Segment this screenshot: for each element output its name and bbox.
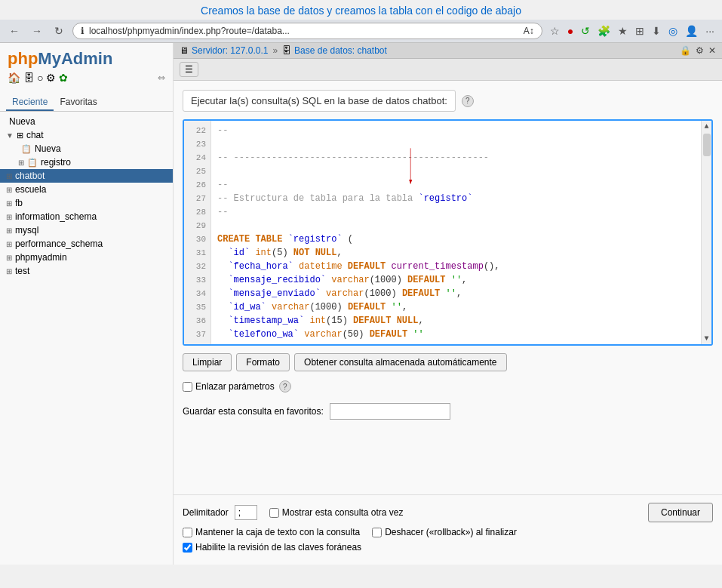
main-layout: phpMyAdmin 🏠 🗄 ○ ⚙ ✿ ⇔ Reciente Favorita… [0, 43, 722, 565]
test-label: test [15, 266, 29, 276]
edge-icon[interactable]: ◎ [667, 23, 679, 38]
tree-performance-schema[interactable]: ⊞ performance_schema [0, 237, 173, 251]
tree-information-schema[interactable]: ⊞ information_schema [0, 210, 173, 223]
performance-schema-label: performance_schema [15, 239, 103, 249]
code-line: -- Estructura de tabla para la tabla `re… [217, 192, 695, 205]
delimitador-input[interactable] [235, 505, 257, 520]
enlazar-params-checkbox[interactable] [183, 382, 192, 392]
sync-icon[interactable]: ↺ [579, 23, 591, 38]
favorites-label: Guardar esta consulta en favoritos: [183, 406, 324, 417]
refresh-button[interactable]: ↻ [51, 23, 66, 38]
scroll-up-icon[interactable]: ▲ [702, 121, 710, 132]
tree-chat-nueva[interactable]: 📋 Nueva [12, 142, 173, 155]
tree-chat[interactable]: ▼ ⊞ chat [0, 128, 173, 142]
delimitador-section: Delimitador [183, 505, 257, 520]
deshacer-checkbox[interactable] [372, 528, 382, 537]
btn-bar: Limpiar Formato Obtener consulta almacen… [183, 353, 713, 371]
code-line: -- [217, 124, 695, 137]
tree-chatbot[interactable]: ⊞ chatbot [0, 169, 173, 183]
tree-test[interactable]: ⊞ test [0, 264, 173, 278]
code-line [217, 165, 695, 178]
code-line: `mensaje_enviado` varchar(1000) DEFAULT … [217, 287, 695, 300]
circle-icon[interactable]: ○ [37, 72, 43, 84]
star-icon[interactable]: ☆ [548, 23, 561, 38]
settings-icon[interactable]: ⚙ [46, 72, 56, 84]
star2-icon[interactable]: ✿ [59, 72, 68, 84]
favorites-input[interactable] [330, 403, 450, 420]
lock-icon[interactable]: 🔒 [680, 45, 691, 56]
pma-top-bar-right: 🔒 ⚙ ✕ [680, 45, 716, 56]
tree-escuela[interactable]: ⊞ escuela [0, 183, 173, 196]
mysql-label: mysql [15, 225, 38, 236]
tab-reciente[interactable]: Reciente [6, 94, 54, 111]
deshacer-label[interactable]: Deshacer («rollback») al finalizar [372, 527, 517, 537]
sidebar-header: phpMyAdmin 🏠 🗄 ○ ⚙ ✿ ⇔ [0, 43, 173, 93]
home-icon[interactable]: 🏠 [8, 72, 20, 84]
enlazar-params-label[interactable]: Enlazar parámetros [183, 381, 275, 392]
tree-mysql[interactable]: ⊞ mysql [0, 223, 173, 237]
registro-label: registro [41, 157, 71, 168]
profile-icon[interactable]: 👤 [684, 23, 699, 38]
params-help-button[interactable]: ? [279, 380, 291, 393]
extensions-icon[interactable]: 🧩 [596, 23, 612, 38]
close-bar-icon[interactable]: ✕ [708, 45, 716, 56]
favorites-section: Guardar esta consulta en favoritos: [183, 403, 713, 420]
tree-fb[interactable]: ⊞ fb [0, 196, 173, 210]
code-editor-container: 22 23 24 25 26 27 28 29 30 31 32 33 [183, 119, 713, 346]
sql-content[interactable]: Ejecutar la(s) consulta(s) SQL en la bas… [174, 81, 722, 494]
sql-header-text: Ejecutar la(s) consulta(s) SQL en la bas… [183, 90, 456, 112]
limpiar-button[interactable]: Limpiar [183, 353, 232, 371]
table-icon: 📋 [21, 144, 32, 154]
code-line: CREATE TABLE `registro` ( [217, 232, 695, 246]
sql-help-button[interactable]: ? [462, 95, 474, 107]
code-line: -- -------------------------------------… [217, 151, 695, 165]
menu-icon[interactable]: ··· [704, 23, 716, 38]
mostrar-checkbox[interactable] [269, 508, 279, 518]
expand-icon: ⊞ [6, 186, 12, 194]
enlazar-params-text: Enlazar parámetros [195, 381, 275, 392]
tab-favoritas[interactable]: Favoritas [54, 94, 103, 111]
settings-bar-icon[interactable]: ⚙ [696, 45, 704, 56]
editor-scrollbar[interactable]: ▲ ▼ [701, 121, 711, 344]
sidebar-icons: 🏠 🗄 ○ ⚙ ✿ ⇔ [8, 69, 165, 87]
back-button[interactable]: ← [6, 23, 23, 38]
mostrar-label[interactable]: Mostrar esta consulta otra vez [269, 507, 404, 518]
db-icon[interactable]: 🗄 [23, 72, 34, 84]
habilitar-text: Habilite la revisión de las claves forán… [195, 542, 361, 553]
mantener-text: Mantener la caja de texto con la consult… [195, 527, 360, 537]
server-link[interactable]: Servidor: 127.0.0.1 [192, 45, 268, 56]
download-icon[interactable]: ⬇ [650, 23, 662, 38]
formato-button[interactable]: Formato [236, 353, 290, 371]
code-content[interactable]: -- -- ----------------------------------… [211, 121, 701, 344]
code-line: `id` int(5) NOT NULL, [217, 246, 695, 260]
db-icon-bar: 🗄 [282, 45, 291, 56]
forward-button[interactable]: → [29, 23, 45, 38]
mantener-label[interactable]: Mantener la caja de texto con la consult… [183, 527, 360, 537]
scrollbar-thumb[interactable] [703, 134, 711, 156]
code-line: `id_wa` varchar(1000) DEFAULT '', [217, 300, 695, 314]
habilitar-checkbox[interactable] [183, 543, 192, 553]
phpmyadmin-db-label: phpmyadmin [15, 252, 67, 263]
nueva-top-label: Nueva [9, 116, 35, 127]
tree-registro[interactable]: ⊞ 📋 registro [12, 155, 173, 169]
favorites-icon[interactable]: ★ [616, 23, 629, 38]
scroll-down-icon[interactable]: ▼ [702, 333, 710, 344]
tree-nueva-top[interactable]: Nueva [0, 115, 173, 128]
continuar-button[interactable]: Continuar [648, 503, 713, 522]
url-bar[interactable]: ℹ localhost/phpmyadmin/index.php?route=/… [72, 23, 542, 39]
hamburger-button[interactable]: ☰ [180, 62, 198, 77]
pma-menu-bar: ☰ [174, 59, 722, 81]
line-numbers: 22 23 24 25 26 27 28 29 30 31 32 33 [184, 121, 211, 344]
obtener-button[interactable]: Obtener consulta almacenada automáticame… [294, 353, 507, 371]
mantener-checkbox[interactable] [183, 528, 192, 537]
collapse-icon[interactable]: ⇔ [158, 72, 165, 83]
collections-icon[interactable]: ⊞ [634, 23, 646, 38]
mostrar-text: Mostrar esta consulta otra vez [282, 507, 404, 518]
tree-phpmyadmin[interactable]: ⊞ phpmyadmin [0, 251, 173, 264]
information-schema-label: information_schema [15, 211, 97, 222]
opera-icon[interactable]: ● [566, 23, 575, 38]
habilitar-label[interactable]: Habilite la revisión de las claves forán… [183, 542, 361, 553]
code-editor[interactable]: 22 23 24 25 26 27 28 29 30 31 32 33 [183, 119, 713, 346]
db-link[interactable]: Base de datos: chatbot [294, 45, 387, 56]
code-line: `mensaje_recibido` varchar(1000) DEFAULT… [217, 273, 695, 287]
